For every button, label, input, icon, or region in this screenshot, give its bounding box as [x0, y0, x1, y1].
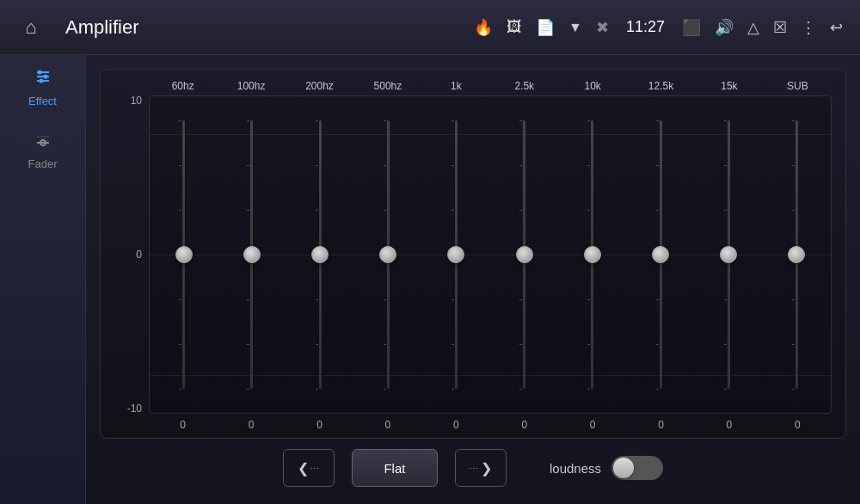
- tick-mark: [452, 120, 454, 121]
- close-icon[interactable]: ☒: [770, 15, 790, 40]
- eq-value-1k: 0: [422, 419, 490, 431]
- slider-col-200hz: [286, 96, 353, 413]
- sidebar-item-fader[interactable]: Fader: [9, 123, 77, 177]
- tick-mark: [452, 344, 454, 345]
- eq-label-1k: 1k: [422, 80, 490, 92]
- slider-track-200hz[interactable]: [319, 120, 322, 390]
- tick-mark: [792, 389, 795, 390]
- eject-icon[interactable]: △: [744, 15, 763, 40]
- tick-mark: [384, 389, 386, 390]
- next-dots: ···: [470, 464, 479, 473]
- tick-mark: [587, 344, 590, 345]
- eq-value-60hz: 0: [149, 419, 217, 431]
- eq-label-SUB: SUB: [764, 80, 832, 92]
- tick-mark: [656, 210, 659, 211]
- slider-track-1k[interactable]: [455, 120, 458, 390]
- eq-label-12.5k: 12.5k: [627, 80, 695, 92]
- sidebar-item-effect[interactable]: Effect: [9, 60, 77, 114]
- eq-freq-labels: 60hz100hz200hz500hz1k2.5k10k12.5k15kSUB: [114, 80, 832, 92]
- tick-mark: [724, 299, 727, 300]
- flat-button[interactable]: Flat: [352, 449, 438, 487]
- tick-mark: [656, 389, 659, 390]
- tick-mark: [792, 299, 795, 300]
- slider-track-15k[interactable]: [728, 120, 730, 390]
- slider-thumb-12.5k[interactable]: [652, 246, 669, 263]
- slider-thumb-10k[interactable]: [584, 246, 601, 263]
- tick-mark: [316, 120, 318, 121]
- slider-col-12.5k: [626, 96, 694, 413]
- tick-mark: [724, 210, 727, 211]
- slider-thumb-500hz[interactable]: [379, 246, 396, 263]
- tick-mark: [179, 389, 181, 390]
- tick-mark: [792, 120, 795, 121]
- eq-label-60hz: 60hz: [149, 80, 217, 92]
- slider-thumb-15k[interactable]: [720, 246, 737, 263]
- slider-track-12.5k[interactable]: [660, 120, 662, 390]
- eq-grid-area: 10 0 -10: [114, 95, 832, 414]
- prev-dots: ···: [310, 464, 320, 473]
- tick-mark: [316, 389, 318, 390]
- back-icon[interactable]: ↩: [826, 15, 846, 40]
- camera-icon[interactable]: ⬛: [679, 15, 704, 40]
- file-icon[interactable]: 📄: [532, 15, 558, 40]
- tick-mark: [519, 120, 522, 121]
- y-label-10: 10: [131, 95, 142, 106]
- main-content: 60hz100hz200hz500hz1k2.5k10k12.5k15kSUB …: [86, 55, 860, 504]
- tick-mark: [452, 389, 454, 390]
- eq-value-SUB: 0: [764, 419, 832, 431]
- tick-mark: [452, 210, 454, 211]
- slider-col-1k: [422, 96, 490, 413]
- tick-mark: [247, 299, 249, 300]
- tick-mark: [587, 299, 590, 300]
- tick-mark: [179, 210, 181, 211]
- tick-mark: [247, 165, 249, 166]
- next-preset-button[interactable]: ··· ❯: [455, 449, 507, 487]
- tick-mark: [519, 299, 522, 300]
- prev-preset-button[interactable]: ❮ ···: [283, 449, 335, 487]
- loudness-toggle[interactable]: [611, 456, 663, 480]
- wifi-icon[interactable]: ▼: [565, 16, 586, 39]
- y-label-0: 0: [136, 249, 142, 260]
- slider-col-500hz: [354, 96, 422, 413]
- slider-thumb-SUB[interactable]: [788, 246, 805, 263]
- tick-mark: [587, 165, 590, 166]
- slider-track-2.5k[interactable]: [523, 120, 525, 390]
- slider-track-100hz[interactable]: [250, 120, 253, 390]
- fire-icon[interactable]: 🔥: [470, 15, 496, 40]
- slider-track-500hz[interactable]: [387, 120, 390, 390]
- eq-label-500hz: 500hz: [353, 80, 421, 92]
- slider-thumb-200hz[interactable]: [311, 246, 329, 263]
- tick-mark: [316, 344, 318, 345]
- flat-label: Flat: [384, 461, 405, 476]
- loudness-group: loudness: [550, 456, 663, 480]
- slider-thumb-2.5k[interactable]: [516, 246, 533, 263]
- tick-mark: [519, 344, 522, 345]
- slider-col-SUB: [763, 96, 831, 413]
- slider-track-60hz[interactable]: [182, 120, 185, 390]
- slider-track-10k[interactable]: [591, 120, 593, 390]
- fader-icon: [34, 130, 52, 154]
- tick-mark: [452, 165, 454, 166]
- more-icon[interactable]: ⋮: [797, 15, 820, 40]
- eq-values-row: 0000000000: [114, 419, 832, 431]
- sidebar-fader-label: Fader: [28, 157, 58, 170]
- slider-track-SUB[interactable]: [796, 120, 798, 390]
- tick-mark: [247, 344, 249, 345]
- topbar-icons: 🔥 🖼 📄 ▼ ✖ 11:27 ⬛ 🔊 △ ☒ ⋮ ↩: [470, 15, 846, 40]
- slider-thumb-60hz[interactable]: [175, 246, 193, 263]
- eq-value-100hz: 0: [217, 419, 285, 431]
- slider-thumb-1k[interactable]: [447, 246, 464, 263]
- eq-value-2.5k: 0: [490, 419, 558, 431]
- home-button[interactable]: ⌂: [14, 10, 48, 45]
- tick-mark: [519, 210, 522, 211]
- tick-mark: [656, 299, 659, 300]
- no-signal-icon: ✖: [593, 15, 612, 40]
- tick-mark: [384, 344, 386, 345]
- volume-icon[interactable]: 🔊: [711, 15, 737, 40]
- slider-thumb-100hz[interactable]: [243, 246, 261, 263]
- slider-col-100hz: [218, 96, 286, 413]
- gallery-icon[interactable]: 🖼: [503, 15, 525, 40]
- slider-col-60hz: [150, 96, 218, 413]
- tick-mark: [519, 165, 522, 166]
- toggle-knob: [613, 458, 634, 478]
